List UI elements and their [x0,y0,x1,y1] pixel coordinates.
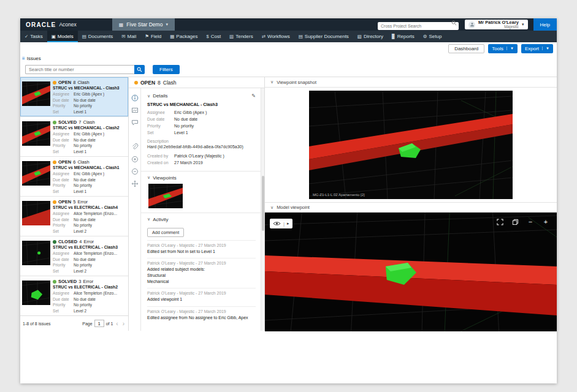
issue-detail-panel: OPEN 8 Clash [129,77,265,331]
nav-item-supplier-documents[interactable]: ▤Supplier Documents [294,31,353,42]
activity-text: Mechanical [147,279,256,285]
nav-item-tasks[interactable]: ✓Tasks [20,31,47,42]
issue-card[interactable]: OPEN 5 Error STRUC vs ELECTRICAL - Clash… [20,197,128,236]
activity-section-header[interactable]: ∨ Activity [147,217,256,222]
info-icon[interactable] [131,94,139,102]
issue-thumbnail [22,201,50,225]
issue-card[interactable]: SOLVED 3 Error STRUC vs ELECTRICAL - Cla… [20,276,128,315]
chevron-down-icon: ∨ [147,94,150,99]
remove-circle-icon[interactable] [131,168,139,175]
detail-field-row: PriorityNo priority [147,123,256,130]
issue-thumbnail [22,121,50,146]
issue-count: 1-8 of 8 issues [23,322,51,326]
scrollbar-thumb[interactable] [262,176,264,231]
attachment-icon[interactable] [131,143,139,151]
nav-item-reports[interactable]: ▊Reports [388,31,419,42]
nav-item-workflows[interactable]: ⇄Workflows [258,31,294,42]
tenders-icon: ▥ [229,34,234,39]
status-dot [53,240,56,244]
detail-scrollbar[interactable] [261,88,264,331]
issue-type: Error [77,199,88,205]
issue-card[interactable]: OPEN 8 Clash STRUC vs MECHANICAL - Clash… [20,77,128,117]
edit-icon[interactable]: ✎ [251,93,256,99]
issues-list-icon: ≡ [22,56,25,61]
transform-axes-icon[interactable] [131,180,139,187]
fullscreen-icon[interactable] [496,218,503,225]
layers-icon[interactable] [511,218,519,225]
nav-item-packages[interactable]: ▦Packages [166,31,202,42]
comment-icon[interactable] [131,119,139,126]
issue-card[interactable]: SOLVED 7 Clash STRUC vs MECHANICAL - Cla… [20,117,128,157]
nav-item-cost[interactable]: $Cost [202,31,225,42]
tasks-icon: ✓ [25,34,28,39]
issue-status: SOLVED [58,279,77,284]
issue-search-row: Filters [20,62,557,77]
activity-list: Patrick O'Leary - Majestic - 27 March 20… [147,240,256,324]
issue-type: Error [83,239,94,244]
status-dot [53,81,56,85]
page-number-input[interactable] [94,320,104,327]
detail-status-dot [134,81,138,85]
detail-fields: AssigneeEric Gibb (Apex )Due dateNo due … [147,110,256,136]
issues-panel: OPEN 8 Clash STRUC vs MECHANICAL - Clash… [20,77,129,331]
viewpoints-section-header[interactable]: ∨ Viewpoints [147,175,256,181]
add-circle-icon[interactable] [131,156,139,163]
viewpoint-thumbnail[interactable] [148,184,183,208]
issue-number: 8 [73,80,75,85]
chevron-down-icon: ∨ [147,217,150,222]
project-selector[interactable]: ▦ Five Star Demo ▾ [112,18,175,31]
issue-status: CLOSED [58,239,77,244]
user-menu[interactable]: Mr Patrick O'Leary Majestic ▾ [465,20,528,29]
help-button[interactable]: Help [533,18,557,31]
field-icon: ⚑ [145,34,149,39]
created-by-label: Created by [147,153,174,160]
activity-entry: Patrick O'Leary - Majestic - 27 March 20… [147,306,256,324]
detail-number: 8 [158,80,161,86]
page-of-label: of 1 [106,322,113,326]
issue-thumbnail [22,281,50,305]
status-dot [53,121,56,124]
viewpoint-snapshot-header[interactable]: ∨ Viewpoint snapshot [265,77,557,88]
export-button[interactable]: Export ▼ [521,44,553,53]
main-nav: ✓Tasks▣Models▤Documents✉Mail⚑Field▦Packa… [20,31,557,42]
model-viewpoint-header[interactable]: ∨ Model viewpoint [265,202,557,213]
activity-text: Added viewpoint 1 [147,296,256,303]
issue-card[interactable]: CLOSED 4 Error STRUC vs ELECTRICAL - Cla… [20,236,128,276]
dashboard-button[interactable]: Dashboard [448,44,484,53]
activity-entry: Patrick O'Leary - Majestic - 27 March 20… [147,288,256,306]
details-section-header[interactable]: ∨ Details ✎ [147,93,256,99]
viewpoint-image-icon[interactable] [131,107,139,114]
nav-item-tenders[interactable]: ▥Tenders [225,31,258,42]
filters-button[interactable]: Filters [153,65,180,74]
add-comment-button[interactable]: Add comment [147,228,184,237]
page-label: Page [82,322,92,326]
status-dot [53,280,56,284]
activity-meta: Patrick O'Leary - Majestic - 27 March 20… [147,261,256,265]
nav-item-documents[interactable]: ▤Documents [78,31,118,42]
tools-button[interactable]: Tools ▼ [488,44,518,53]
visibility-button[interactable]: | ▸ [270,219,292,228]
cross-project-search-input[interactable] [378,22,459,30]
zoom-out-icon[interactable]: − [527,218,534,225]
detail-status: OPEN [140,80,155,86]
nav-item-mail[interactable]: ✉Mail [117,31,140,42]
nav-item-directory[interactable]: ▧Directory [353,31,388,42]
issue-title: STRUC vs ELECTRICAL - Clash4 [53,205,126,209]
nav-item-models[interactable]: ▣Models [47,31,78,42]
nav-item-field[interactable]: ⚑Field [140,31,166,42]
issue-list: OPEN 8 Clash STRUC vs MECHANICAL - Clash… [20,77,128,315]
model-viewport[interactable]: | ▸ − + [265,213,557,331]
previous-page-icon[interactable]: ‹ [115,320,119,327]
zoom-in-icon[interactable]: + [542,218,549,225]
page-title: Issues [27,56,41,61]
search-button[interactable] [134,65,145,74]
issue-card[interactable]: OPEN 6 Clash STRUC vs MECHANICAL - Clash… [20,157,128,197]
user-avatar-icon [468,21,475,28]
issue-search-input[interactable] [25,65,134,74]
detail-icon-rail [129,88,141,331]
reports-icon: ▊ [392,34,395,39]
mail-icon: ✉ [121,34,125,39]
chevron-down-icon: ∨ [270,80,273,85]
nav-item-setup[interactable]: ⚙Setup [419,31,446,42]
next-page-icon[interactable]: › [121,320,126,327]
